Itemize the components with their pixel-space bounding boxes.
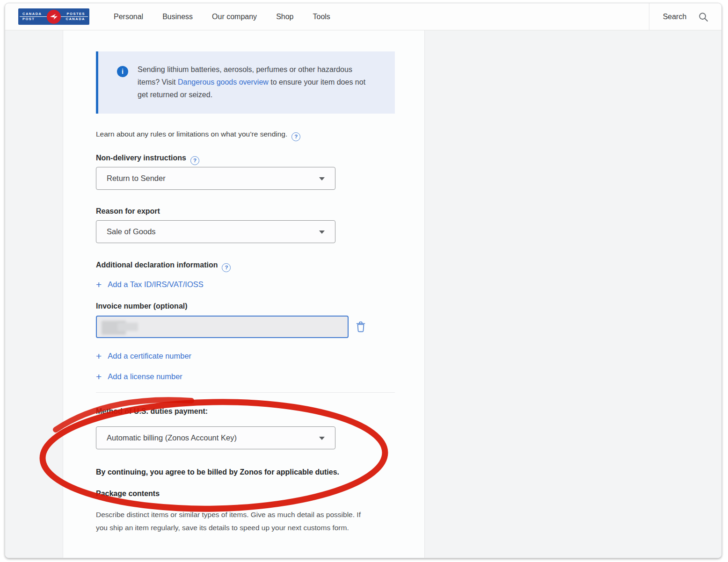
info-icon: i <box>117 66 128 77</box>
delete-invoice-button[interactable] <box>354 320 367 333</box>
browser-window: CANADA POST POSTES CANADA Personal Busin… <box>5 3 722 558</box>
invoice-number-input[interactable] <box>96 316 349 338</box>
site-header: CANADA POST POSTES CANADA Personal Busin… <box>5 3 721 30</box>
add-license-label: Add a license number <box>108 372 182 381</box>
search-icon <box>699 12 708 22</box>
invoice-number-label: Invoice number (optional) <box>96 302 188 310</box>
redacted-value <box>117 323 138 331</box>
help-icon[interactable]: ? <box>190 156 199 165</box>
plus-icon: + <box>96 373 102 381</box>
additional-declaration-label-text: Additional declaration information <box>96 261 218 269</box>
logo-word: CANADA <box>22 12 42 16</box>
dangerous-goods-link[interactable]: Dangerous goods overview <box>178 78 269 86</box>
plus-icon: + <box>96 281 102 289</box>
rules-intro-label: Learn about any rules or limitations on … <box>96 130 287 138</box>
banner-text: Sending lithium batteries, aerosols, per… <box>98 51 381 113</box>
trash-icon <box>356 321 366 332</box>
nav-item-personal[interactable]: Personal <box>114 13 143 21</box>
nav-item-shop[interactable]: Shop <box>276 13 293 21</box>
canada-post-wing-icon <box>47 10 61 24</box>
duties-payment-label: Method of U.S. duties payment: <box>96 407 208 416</box>
non-delivery-label: Non-delivery instructions? <box>96 154 199 165</box>
nav-item-tools[interactable]: Tools <box>313 13 330 21</box>
non-delivery-select[interactable]: Return to Sender <box>96 167 335 190</box>
add-tax-id-link[interactable]: + Add a Tax ID/IRS/VAT/IOSS <box>96 280 204 289</box>
add-tax-id-label: Add a Tax ID/IRS/VAT/IOSS <box>108 280 204 289</box>
section-divider <box>96 392 395 393</box>
canada-post-logo[interactable]: CANADA POST POSTES CANADA <box>18 8 89 25</box>
additional-declaration-label: Additional declaration information? <box>96 261 231 272</box>
duties-payment-select[interactable]: Automatic billing (Zonos Account Key) <box>96 426 335 449</box>
search-button[interactable]: Search <box>649 3 722 30</box>
nav-item-our-company[interactable]: Our company <box>212 13 257 21</box>
reason-for-export-label: Reason for export <box>96 207 160 216</box>
customs-form-card: i Sending lithium batteries, aerosols, p… <box>63 30 425 558</box>
chevron-down-icon <box>319 177 325 180</box>
add-certificate-link[interactable]: + Add a certificate number <box>96 352 191 360</box>
chevron-down-icon <box>319 437 325 440</box>
package-contents-description: Describe distinct items or similar types… <box>96 508 366 534</box>
page-body: i Sending lithium batteries, aerosols, p… <box>5 30 721 558</box>
help-icon[interactable]: ? <box>291 132 300 141</box>
package-contents-title: Package contents <box>96 490 160 498</box>
reason-for-export-value: Sale of Goods <box>107 227 156 236</box>
main-nav: Personal Business Our company Shop Tools <box>114 3 330 30</box>
screenshot-root: CANADA POST POSTES CANADA Personal Busin… <box>0 0 728 562</box>
hazardous-goods-banner: i Sending lithium batteries, aerosols, p… <box>96 51 395 114</box>
logo-word: POST <box>22 17 35 21</box>
non-delivery-value: Return to Sender <box>107 174 166 183</box>
duties-payment-value: Automatic billing (Zonos Account Key) <box>107 433 237 442</box>
add-license-link[interactable]: + Add a license number <box>96 372 182 381</box>
logo-word: POSTES <box>67 12 85 16</box>
help-icon[interactable]: ? <box>222 263 231 272</box>
zonos-agreement-text: By continuing, you agree to be billed by… <box>96 468 339 476</box>
nav-item-business[interactable]: Business <box>162 13 193 21</box>
chevron-down-icon <box>319 231 325 234</box>
reason-for-export-select[interactable]: Sale of Goods <box>96 220 335 243</box>
search-label: Search <box>663 13 687 21</box>
non-delivery-label-text: Non-delivery instructions <box>96 154 186 162</box>
add-certificate-label: Add a certificate number <box>108 352 191 360</box>
logo-word: CANADA <box>66 17 86 21</box>
rules-intro-text: Learn about any rules or limitations on … <box>96 130 300 141</box>
plus-icon: + <box>96 352 102 360</box>
